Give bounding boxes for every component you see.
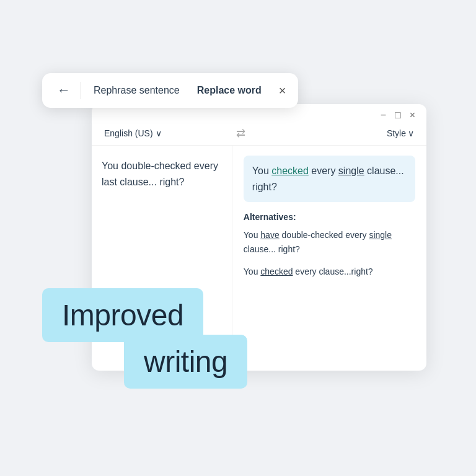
toolbar-divider xyxy=(81,82,81,99)
back-icon: ← xyxy=(57,82,71,99)
back-button[interactable]: ← xyxy=(55,82,73,99)
window-close-button[interactable]: × xyxy=(410,110,415,120)
alt1-mid: double-checked every xyxy=(280,230,369,240)
replace-tab[interactable]: Replace word xyxy=(192,82,267,99)
window-header: English (US) ∨ ⇄ Style ∨ xyxy=(92,120,426,146)
minimize-button[interactable]: − xyxy=(381,110,386,120)
language-label: English (US) xyxy=(104,128,153,138)
alternative-item-1[interactable]: You have double-checked every single cla… xyxy=(244,228,415,256)
maximize-button[interactable]: □ xyxy=(395,110,401,120)
original-text: You double-checked every last clause... … xyxy=(102,161,218,187)
result-text-2: every xyxy=(309,165,338,176)
toolbar-close-button[interactable]: × xyxy=(279,84,286,98)
right-pane: You checked every single clause... right… xyxy=(232,146,426,358)
alt2-pre: You xyxy=(244,267,261,276)
alternative-item-2[interactable]: You checked every clause...right? xyxy=(244,265,415,278)
alt2-end: every clause...right? xyxy=(293,267,372,276)
alt1-single-word: single xyxy=(369,230,392,240)
style-button[interactable]: Style ∨ xyxy=(387,128,414,138)
alt1-pre: You xyxy=(244,230,261,240)
result-single-word: single xyxy=(338,165,364,176)
alt2-checked-word: checked xyxy=(260,267,293,276)
rephrase-tab[interactable]: Rephrase sentence xyxy=(89,82,185,99)
result-highlight: You checked every single clause... right… xyxy=(244,156,415,202)
language-selector[interactable]: English (US) ∨ xyxy=(104,128,162,138)
close-icon: × xyxy=(279,84,286,98)
alternatives-label: Alternatives: xyxy=(244,212,415,222)
improved-label: Improved xyxy=(42,288,203,342)
writing-label: writing xyxy=(124,335,247,389)
swap-icon: ⇄ xyxy=(236,126,245,140)
chevron-down-icon: ∨ xyxy=(156,128,162,138)
alt1-end: clause... right? xyxy=(244,244,300,254)
toolbar-popup: ← Rephrase sentence Replace word × xyxy=(42,73,298,108)
style-label: Style xyxy=(387,128,406,138)
alt1-have-word: have xyxy=(260,230,279,240)
result-text-1: You xyxy=(252,165,271,176)
chevron-down-icon: ∨ xyxy=(408,128,414,138)
result-checked-word: checked xyxy=(271,165,309,176)
